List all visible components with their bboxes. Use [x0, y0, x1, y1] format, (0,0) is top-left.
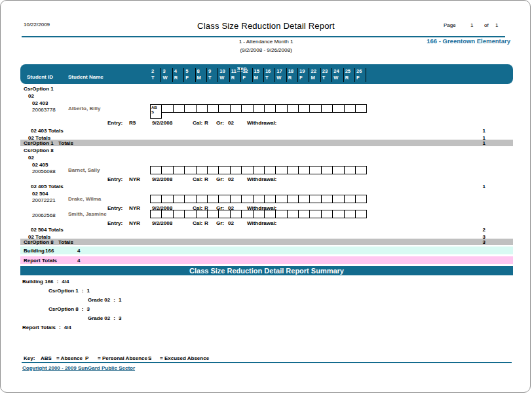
building-label: Building	[24, 248, 45, 254]
class-label: 02 504	[32, 191, 48, 197]
attendance-day-cell	[184, 210, 196, 218]
entry-row: Entry: NYR 9/2/2008 Cal: R Gr: 02 Withdr…	[1, 220, 531, 227]
attendance-day-cell	[321, 195, 333, 203]
building-totals-bar: Building 166 4	[20, 246, 513, 254]
student-name: Barnet, Sally	[68, 167, 100, 173]
date-number: 18	[288, 68, 297, 75]
summary-value: 3	[119, 315, 121, 321]
attendance-day-cell	[230, 195, 242, 203]
attendance-day-cell	[150, 195, 162, 203]
student-name: Smith, Jasmine	[68, 211, 107, 217]
date-number: 15	[254, 68, 263, 75]
attendance-day-cell	[207, 104, 219, 113]
class-totals-label: 02 405 Totals	[31, 184, 64, 189]
attendance-grid: ABS	[150, 104, 367, 119]
day-letter: R	[174, 75, 183, 81]
option-totals-bar: CsrOption 8 Totals 3	[20, 239, 513, 245]
report-page: 10/22/2009 Class Size Reduction Detail R…	[0, 0, 531, 393]
student-name-header: Student Name	[68, 74, 104, 80]
student-id: 20063778	[32, 107, 56, 113]
date-column: 12 F	[241, 68, 252, 82]
date-column: 4 R	[173, 68, 184, 82]
option-totals-name: CsrOption 8	[24, 239, 54, 245]
attendance-day-cell	[355, 104, 367, 113]
attendance-day-cell	[184, 104, 196, 113]
colon: :	[59, 325, 61, 330]
attendance-day-cell	[264, 104, 276, 113]
summary-label: CsrOption 8	[48, 306, 79, 312]
summary-line: Grade 02:1	[88, 297, 121, 303]
attendance-day-cell: ABS	[150, 104, 162, 119]
summary-value: 4/4	[64, 325, 71, 330]
day-letter: T	[208, 75, 218, 81]
attendance-day-cell	[321, 210, 333, 218]
attendance-day-cell	[298, 166, 310, 174]
date-column: 5 F	[184, 68, 195, 82]
option-totals-bar: CsrOption 1 Totals 1	[20, 140, 513, 146]
report-total-value: 4	[77, 258, 80, 264]
option-totals-name: CsrOption 1	[24, 140, 54, 146]
attendance-day-cell	[344, 210, 356, 218]
attendance-day-cell	[196, 166, 208, 174]
day-letter: R	[345, 75, 354, 81]
key-label: Key:	[24, 355, 35, 361]
footer-divider	[22, 362, 512, 363]
date-number: 4	[174, 68, 183, 75]
attendance-day-cell	[241, 195, 253, 203]
attendance-day-cell	[275, 104, 287, 113]
day-letter: W	[333, 75, 343, 81]
date-column: 26 F	[355, 68, 366, 82]
key-code: S	[148, 355, 151, 361]
date-number: 5	[185, 68, 195, 75]
copyright-link[interactable]: Copyright 2000 - 2009 SunGard Public Sec…	[22, 365, 135, 371]
attendance-day-cell	[230, 104, 242, 113]
summary-title-band: Class Size Reduction Detail Report Summa…	[20, 266, 513, 275]
colon: :	[57, 279, 59, 285]
attendance-day-cell	[287, 104, 299, 113]
date-column: 18 R	[287, 68, 298, 82]
day-letter: W	[276, 75, 286, 81]
date-number: 24	[333, 68, 343, 75]
day-letter: W	[219, 75, 229, 81]
date-number: 2	[151, 68, 161, 75]
attendance-day-cell	[344, 195, 356, 203]
gr-value: 02	[228, 220, 234, 226]
date-number: 23	[322, 68, 332, 75]
colon: :	[82, 306, 84, 312]
student-name: Alberto, Billy	[68, 106, 100, 111]
date-column: 24 W	[332, 68, 343, 82]
date-number: 11	[231, 68, 240, 75]
key-row: Key: ABS = Absence P = Personal Absence …	[1, 355, 531, 362]
entry-row: Entry: NYR 9/2/2008 Cal: R Gr: 02 Withdr…	[1, 176, 531, 183]
withdrawal-label: Withdrawal:	[247, 220, 276, 226]
day-letter: T	[322, 75, 332, 81]
key-desc: = Absence	[56, 355, 83, 361]
report-totals-bar: Report Totals 4	[20, 256, 513, 264]
page-label: Page	[444, 22, 456, 28]
class-totals-label: 02 403 Totals	[31, 128, 64, 134]
attendance-day-cell	[161, 195, 173, 203]
key-code: ABS	[41, 355, 52, 361]
date-number: 22	[311, 68, 320, 75]
attendance-day-cell	[332, 195, 344, 203]
summary-value: 3	[86, 306, 89, 312]
attendance-day-cell	[275, 166, 287, 174]
class-total-value: 1	[453, 128, 485, 134]
date-number: 9	[208, 68, 218, 75]
entry-date: 9/2/2008	[152, 176, 172, 182]
day-letter: T	[265, 75, 275, 81]
attendance-day-cell	[309, 195, 321, 203]
date-column: 10 W	[218, 68, 229, 82]
attendance-day-cell	[264, 195, 276, 203]
day-letter: T	[151, 75, 161, 81]
attendance-day-cell	[173, 104, 185, 113]
date-column: 17 W	[275, 68, 286, 82]
gr-value: 02	[228, 176, 234, 182]
attendance-day-cell	[161, 210, 173, 218]
attendance-grid	[150, 210, 367, 218]
date-number: 12	[242, 68, 252, 75]
day-letter: R	[288, 75, 297, 81]
attendance-day-cell	[207, 166, 219, 174]
summary-label: Building 166	[22, 279, 54, 285]
gr-label: Gr:	[216, 220, 224, 226]
